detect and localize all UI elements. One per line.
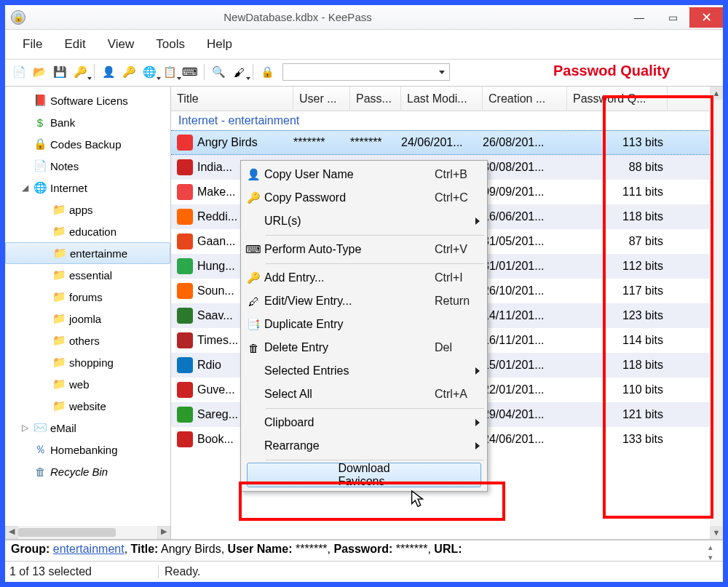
cell-ct-ct: 31/05/201...: [483, 235, 567, 248]
tree-recycle-bin[interactable]: 🗑Recycle Bin: [5, 460, 170, 482]
tree-forums[interactable]: 📁forums: [5, 286, 170, 308]
software-licenses-icon: 📕: [33, 93, 47, 108]
scroll-up-icon[interactable]: ▲: [710, 87, 723, 100]
ctx-item-icon: 👤: [242, 168, 264, 181]
tree-homebanking[interactable]: ％Homebanking: [5, 439, 170, 460]
tree-entertainment[interactable]: 📁entertainme: [5, 242, 170, 264]
scroll-down-icon[interactable]: ▼: [710, 526, 723, 539]
ctx-item-icon: 📑: [242, 318, 264, 331]
cell-ct-pq: 87 bits: [567, 235, 668, 248]
tree-others[interactable]: 📁others: [5, 330, 170, 351]
submenu-arrow-icon: [475, 367, 480, 375]
maximize-button[interactable]: ▭: [656, 7, 689, 28]
tree-software-licenses[interactable]: 📕Software Licens: [5, 89, 170, 111]
ctx-copy-password[interactable]: 🔑Copy PasswordCtrl+C: [242, 186, 486, 209]
menu-help[interactable]: Help: [197, 34, 242, 55]
col-password-quality[interactable]: Password Q...: [567, 87, 668, 111]
minimize-button[interactable]: —: [622, 7, 656, 28]
cell-ct-ct: 26/10/201...: [483, 284, 567, 298]
ctx-url-s-[interactable]: URL(s): [242, 209, 486, 233]
tree-bank[interactable]: $Bank: [5, 111, 170, 133]
tree-essential[interactable]: 📁essential: [5, 264, 170, 286]
tree-label: Software Licens: [50, 95, 128, 107]
ctx-clipboard[interactable]: Clipboard: [242, 411, 486, 434]
details-pass-label: Password:: [333, 543, 392, 555]
ctx-item-icon: 🗑: [242, 342, 264, 354]
ctx-item-label: Select All: [264, 388, 435, 401]
tree-internet[interactable]: ◢🌐Internet: [5, 177, 170, 199]
ctx-select-all[interactable]: Select AllCtrl+A: [242, 383, 486, 406]
col-creation[interactable]: Creation ...: [483, 87, 567, 111]
tree-codes-backup[interactable]: 🔒Codes Backup: [5, 133, 170, 155]
copy-icon[interactable]: 📋: [160, 63, 179, 81]
group-tree[interactable]: 📕Software Licens$Bank🔒Codes Backup📄Notes…: [5, 87, 171, 539]
edit-entry-icon[interactable]: 🔑: [119, 63, 138, 81]
tree-label: forums: [69, 291, 103, 303]
ctx-perform-auto-type[interactable]: ⌨Perform Auto-TypeCtrl+V: [242, 238, 486, 261]
entry-row[interactable]: Angry Birds**************24/06/201...26/…: [171, 130, 723, 155]
details-group-link[interactable]: entertainment: [53, 543, 124, 555]
column-header-row: Title User ... Pass... Last Modi... Crea…: [171, 87, 723, 111]
add-entry-icon[interactable]: 👤: [99, 63, 118, 81]
open-icon[interactable]: 📂: [30, 63, 49, 81]
cell-ct-ct: 24/06/201...: [483, 433, 567, 446]
menu-edit[interactable]: Edit: [54, 34, 95, 55]
toolbar-separator: [94, 64, 95, 80]
tree-notes[interactable]: 📄Notes: [5, 155, 170, 177]
ctx-delete-entry[interactable]: 🗑Delete EntryDel: [242, 336, 486, 359]
ctx-add-entry-[interactable]: 🔑Add Entry...Ctrl+I: [242, 266, 486, 289]
details-vscroll[interactable]: ▴▾: [704, 543, 717, 563]
quick-find-input[interactable]: [282, 63, 450, 81]
expand-icon[interactable]: ◢: [20, 183, 30, 193]
ctx-edit-view-entry-[interactable]: 🖊Edit/View Entry...Return: [242, 289, 486, 313]
tree-education[interactable]: 📁education: [5, 220, 170, 242]
ctx-selected-entries[interactable]: Selected Entries: [242, 359, 486, 383]
menu-file[interactable]: File: [12, 34, 52, 55]
menubar: FileEditViewToolsHelp: [5, 30, 723, 60]
ctx-rearrange[interactable]: Rearrange: [242, 434, 486, 458]
menu-tools[interactable]: Tools: [146, 34, 195, 55]
tree-email[interactable]: ▷✉️eMail: [5, 417, 170, 439]
save-icon[interactable]: 💾: [50, 63, 69, 81]
details-group-label: Group:: [11, 543, 50, 555]
menu-view[interactable]: View: [98, 34, 145, 55]
col-title[interactable]: Title: [171, 87, 293, 111]
tree-joomla[interactable]: 📁joomla: [5, 308, 170, 330]
tree-apps[interactable]: 📁apps: [5, 199, 170, 220]
ctx-download-favicons[interactable]: Download Favicons: [247, 463, 481, 487]
ctx-copy-user-name[interactable]: 👤Copy User NameCtrl+B: [242, 163, 486, 186]
col-pass[interactable]: Pass...: [350, 87, 401, 111]
toolbar-separator: [253, 64, 253, 80]
col-user[interactable]: User ...: [293, 87, 350, 111]
tree-web[interactable]: 📁web: [5, 373, 170, 395]
cell-ct-pass: *******: [350, 136, 401, 149]
ctx-shortcut: Ctrl+C: [435, 191, 486, 204]
col-last-modified[interactable]: Last Modi...: [401, 87, 483, 111]
lock-icon[interactable]: 🔒: [258, 63, 277, 81]
scroll-right-icon[interactable]: ▶: [157, 526, 170, 539]
ctx-item-label: Copy Password: [264, 191, 435, 204]
list-vscrollbar[interactable]: ▲ ▼: [710, 87, 723, 539]
close-button[interactable]: ✕: [689, 7, 723, 28]
ctx-shortcut: Return: [435, 295, 486, 308]
auto-type-icon[interactable]: ⌨: [181, 63, 199, 81]
brush-icon[interactable]: 🖌: [229, 63, 248, 81]
new-file-icon[interactable]: 📄: [9, 63, 28, 81]
scroll-left-icon[interactable]: ◀: [5, 526, 18, 539]
cell-ct-ct: 14/11/201...: [483, 309, 567, 322]
details-title-value: Angry Birds: [161, 543, 221, 555]
find-icon[interactable]: 🔍: [209, 63, 228, 81]
cell-ct-ct: 16/06/201...: [483, 210, 567, 223]
tree-shopping[interactable]: 📁shopping: [5, 351, 170, 373]
entry-favicon: [177, 233, 193, 249]
ctx-item-label: URL(s): [264, 215, 486, 228]
key-icon[interactable]: 🔑: [71, 63, 90, 81]
ctx-item-label: Download Favicons: [338, 462, 389, 488]
entry-favicon: [177, 431, 193, 447]
globe-icon[interactable]: 🌐: [140, 63, 159, 81]
expand-icon[interactable]: ▷: [20, 423, 30, 433]
ctx-duplicate-entry[interactable]: 📑Duplicate Entry: [242, 313, 486, 336]
tree-hscrollbar[interactable]: ◀ ▶: [5, 526, 170, 539]
context-menu[interactable]: 👤Copy User NameCtrl+B🔑Copy PasswordCtrl+…: [240, 160, 488, 492]
tree-website[interactable]: 📁website: [5, 395, 170, 417]
